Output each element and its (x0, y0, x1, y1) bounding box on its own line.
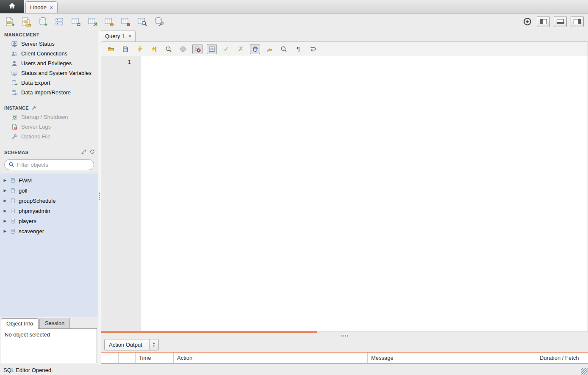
new-query-tab-icon[interactable] (4, 16, 15, 27)
sidebar-item-client-connections[interactable]: Client Connections (0, 49, 98, 58)
new-view-icon[interactable] (87, 16, 98, 27)
output-col-duration[interactable]: Duration / Fetch (536, 353, 588, 363)
new-procedure-icon[interactable] (103, 16, 114, 27)
output-header-row: Time Action Message Duration / Fetch (101, 353, 588, 363)
schema-filter (4, 159, 94, 170)
output-col-action[interactable]: Action (174, 353, 368, 363)
schema-item-phpmyadmin[interactable]: ▶ phpmyadmin (0, 206, 98, 216)
schemas-title: SCHEMAS (4, 150, 28, 155)
schema-tree: ▶ FWM ▶ golf ▶ groupSchedule ▶ phpmyadmi… (0, 174, 98, 317)
tab-query-1[interactable]: Query 1 × (101, 30, 136, 41)
output-selector-bar: Action Output ▲ ▼ (101, 338, 588, 352)
expander-icon[interactable]: ▶ (3, 178, 7, 182)
mysql-workbench-window: Linode × (0, 0, 588, 375)
sql-editor-toolbar: ✓ ✗ ¶ (101, 42, 588, 56)
sidebar-item-server-status[interactable]: Server Status (0, 39, 98, 49)
schemas-header-icons (81, 149, 95, 155)
output-col-message[interactable]: Message (368, 353, 536, 363)
schema-item-groupschedule[interactable]: ▶ groupSchedule (0, 196, 98, 206)
sidebar-item-options-file[interactable]: Options File (0, 132, 98, 141)
connection-tab-label: Linode (30, 4, 47, 11)
database-icon (10, 218, 16, 224)
commit-icon[interactable]: ✓ (221, 44, 231, 54)
sidebar-item-data-export[interactable]: Data Export (0, 78, 98, 88)
rollback-icon[interactable]: ✗ (236, 44, 246, 54)
close-query-tab-icon[interactable]: × (128, 33, 131, 39)
resize-grip-icon[interactable] (581, 368, 588, 375)
toggle-stop-on-error-icon[interactable] (192, 44, 202, 54)
action-output-select[interactable]: Action Output ▲ ▼ (104, 339, 159, 350)
management-title: MANAGEMENT (4, 32, 39, 37)
select-stepper[interactable]: ▲ ▼ (149, 339, 158, 350)
main-toolbar-left (4, 16, 164, 27)
sidebar: MANAGEMENT Server Status Client Connecti… (0, 30, 98, 365)
expander-icon[interactable]: ▶ (3, 219, 7, 223)
column-label: Message (371, 355, 394, 361)
beautify-icon[interactable] (264, 44, 275, 54)
server-administration-icon[interactable] (153, 16, 164, 27)
expander-icon[interactable]: ▶ (3, 229, 7, 233)
expander-icon[interactable]: ▶ (3, 188, 7, 193)
schemas-section-header: SCHEMAS (0, 146, 98, 157)
query-tab-bar: Query 1 × (101, 30, 588, 41)
tab-object-info[interactable]: Object Info (1, 318, 39, 329)
toggle-right-sidebar-button[interactable] (571, 16, 584, 27)
sidebar-item-data-import-restore[interactable]: Data Import/Restore (0, 88, 98, 97)
tab-session[interactable]: Session (39, 318, 70, 328)
home-tab-button[interactable] (0, 0, 24, 13)
code-editor[interactable]: 1 (101, 56, 588, 331)
new-function-icon[interactable] (120, 16, 131, 27)
toggle-autocommit-icon[interactable] (250, 44, 260, 54)
server-connections-icon[interactable] (54, 16, 65, 27)
limit-rows-icon[interactable] (207, 44, 217, 54)
wrap-text-icon[interactable] (308, 44, 318, 54)
search-table-data-icon[interactable] (136, 16, 147, 27)
sidebar-item-label: Status and System Variables (21, 70, 92, 76)
execute-icon[interactable] (135, 44, 145, 54)
connection-tab-bar: Linode × (0, 0, 588, 14)
output-col-time[interactable]: Time (136, 353, 174, 363)
connection-tab-linode[interactable]: Linode × (25, 1, 58, 13)
action-output-value: Action Output (105, 339, 149, 350)
refresh-schemas-icon[interactable] (89, 149, 95, 155)
database-icon (10, 228, 16, 234)
stop-icon[interactable] (178, 44, 188, 54)
execute-current-statement-icon[interactable] (149, 44, 159, 54)
sidebar-item-label: Users and Privileges (21, 60, 72, 66)
check-icon: ✓ (224, 45, 229, 53)
schema-item-fwm[interactable]: ▶ FWM (0, 175, 98, 185)
sidebar-item-users-and-privileges[interactable]: Users and Privileges (0, 58, 98, 68)
new-table-icon[interactable] (70, 16, 81, 27)
schema-item-players[interactable]: ▶ players (0, 216, 98, 226)
sidebar-item-server-logs[interactable]: Server Logs (0, 122, 98, 132)
schema-name: golf (19, 188, 28, 194)
save-script-icon[interactable] (120, 44, 130, 54)
open-script-icon[interactable] (106, 44, 116, 54)
toggle-left-sidebar-button[interactable] (537, 16, 550, 27)
sidebar-item-status-system-variables[interactable]: Status and System Variables (0, 68, 98, 78)
column-label: Time (139, 355, 151, 361)
expander-icon[interactable]: ▶ (3, 209, 7, 213)
database-icon (10, 177, 16, 184)
object-info-text: No object selected (5, 331, 50, 338)
invisible-characters-icon[interactable]: ¶ (293, 44, 303, 54)
query-tab-label: Query 1 (105, 33, 125, 39)
schema-item-golf[interactable]: ▶ golf (0, 185, 98, 196)
expander-icon[interactable]: ▶ (3, 199, 7, 203)
schema-name: players (19, 218, 36, 224)
schema-filter-input[interactable] (17, 162, 92, 168)
panel-left-icon (540, 19, 547, 24)
explain-icon[interactable] (164, 44, 174, 54)
toggle-bottom-panel-button[interactable] (554, 16, 567, 27)
sidebar-item-startup-shutdown[interactable]: Startup / Shutdown (0, 112, 98, 122)
output-splitter[interactable] (101, 333, 588, 338)
tab-label: Session (45, 320, 64, 326)
schema-item-scavenger[interactable]: ▶ scavenger (0, 226, 98, 236)
expand-schemas-icon[interactable] (81, 149, 86, 155)
open-sql-script-icon[interactable] (21, 16, 32, 27)
find-icon[interactable] (279, 44, 289, 54)
new-schema-icon[interactable] (37, 16, 48, 27)
code-area[interactable] (141, 56, 588, 331)
schema-name: groupSchedule (19, 198, 55, 204)
close-tab-icon[interactable]: × (50, 5, 53, 11)
